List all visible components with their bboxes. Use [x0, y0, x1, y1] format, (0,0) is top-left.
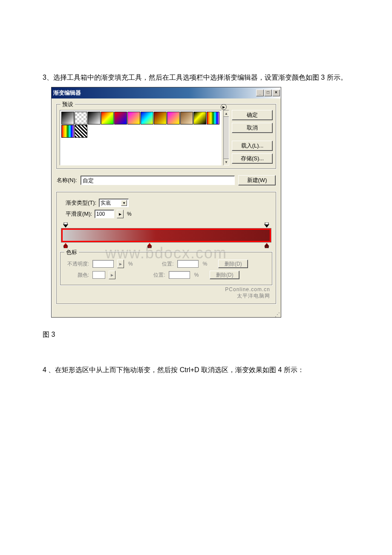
- gradient-bar[interactable]: www.bdocx.com: [61, 228, 271, 242]
- opacity-position-input[interactable]: [177, 260, 199, 268]
- maximize-button[interactable]: □: [264, 90, 272, 96]
- scroll-up-icon[interactable]: ▲: [224, 110, 229, 117]
- presets-menu-icon[interactable]: ▶: [221, 104, 227, 110]
- load-button[interactable]: 载入(L)...: [232, 141, 273, 151]
- color-stop[interactable]: [63, 243, 68, 248]
- close-button[interactable]: ×: [272, 90, 280, 96]
- preset-swatches[interactable]: [60, 110, 222, 165]
- resize-grip-icon[interactable]: ⋰: [52, 313, 281, 317]
- percent-label: %: [127, 211, 132, 217]
- gradient-type-select[interactable]: 实底 ▼: [99, 199, 129, 207]
- color-label: 颜色:: [63, 272, 89, 279]
- smoothness-input[interactable]: 100: [95, 210, 114, 218]
- delete-color-button[interactable]: 删除(D): [210, 271, 239, 279]
- footer-watermark: PConline.com.cn 太平洋电脑网: [60, 286, 273, 300]
- delete-opacity-button[interactable]: 删除(D): [218, 260, 248, 268]
- chevron-down-icon[interactable]: ▼: [121, 200, 127, 206]
- titlebar[interactable]: 渐变编辑器 _ □ ×: [52, 87, 281, 98]
- cancel-button[interactable]: 取消: [232, 123, 273, 133]
- svg-rect-1: [64, 223, 67, 225]
- position-label: 位置:: [140, 272, 165, 279]
- presets-scrollbar[interactable]: ▲ ▼: [223, 110, 229, 165]
- stops-fieldset: 色标 不透明度: ▶ % 位置: % 删除(D) 颜色:: [60, 251, 273, 286]
- save-button[interactable]: 存储(S)...: [232, 153, 273, 164]
- name-label: 名称(N):: [57, 176, 77, 184]
- presets-fieldset: 预设 ▶: [56, 104, 277, 169]
- opacity-label: 不透明度:: [63, 260, 89, 268]
- percent-label: %: [128, 261, 133, 267]
- color-arrow-icon[interactable]: ▶: [109, 271, 115, 279]
- color-stop[interactable]: [147, 243, 152, 248]
- smoothness-arrow-icon[interactable]: ▶: [117, 210, 124, 218]
- position-label: 位置:: [148, 260, 174, 268]
- ok-button[interactable]: 确定: [232, 110, 273, 120]
- stops-legend: 色标: [64, 249, 79, 256]
- opacity-stop[interactable]: [264, 223, 269, 228]
- window-title: 渐变编辑器: [53, 89, 256, 97]
- gradient-type-label: 渐变类型(T):: [66, 199, 96, 207]
- color-position-input[interactable]: [169, 271, 190, 279]
- opacity-arrow-icon[interactable]: ▶: [117, 260, 124, 268]
- smoothness-label: 平滑度(M):: [66, 210, 92, 218]
- presets-legend: 预设: [61, 101, 75, 108]
- gradient-settings-fieldset: 渐变类型(T): 实底 ▼ 平滑度(M): 100 ▶ %: [56, 191, 277, 304]
- gradient-editor-window: 渐变编辑器 _ □ × 预设 ▶: [51, 87, 281, 318]
- figure-caption-3: 图 3: [43, 330, 349, 339]
- color-stop[interactable]: [264, 243, 269, 248]
- svg-rect-3: [265, 223, 268, 225]
- minimize-button[interactable]: _: [256, 90, 264, 96]
- paragraph-4: 4 、在矩形选区中从上而下拖动渐变，然后按 Ctrl+D 取消选区，渐变效果如图…: [43, 365, 349, 375]
- new-button[interactable]: 新建(W): [238, 175, 276, 185]
- svg-rect-7: [148, 246, 151, 248]
- percent-label: %: [203, 261, 208, 267]
- paragraph-3: 3、选择工具箱中的渐变填充工具，然后在工具选项栏中选择渐变编辑器，设置渐变颜色如…: [43, 72, 349, 83]
- opacity-input[interactable]: [92, 260, 114, 268]
- name-input[interactable]: 自定: [81, 176, 235, 185]
- percent-label: %: [194, 272, 199, 278]
- color-swatch[interactable]: [92, 271, 105, 279]
- opacity-stop[interactable]: [63, 223, 68, 228]
- scroll-down-icon[interactable]: ▼: [224, 159, 229, 165]
- svg-rect-9: [265, 246, 268, 248]
- svg-rect-5: [64, 246, 67, 248]
